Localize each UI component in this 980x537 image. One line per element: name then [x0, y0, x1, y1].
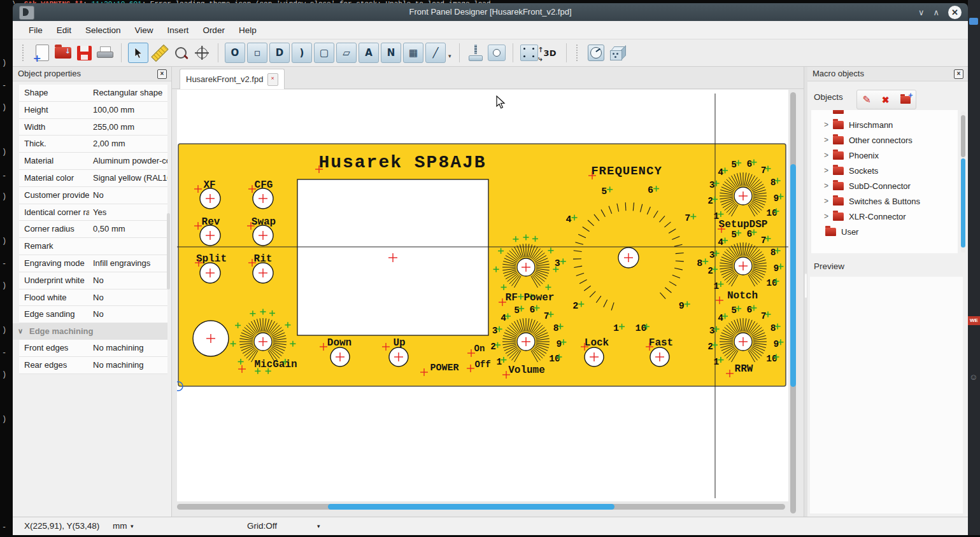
freeform-tool-button[interactable]: ▱ [336, 43, 357, 63]
stud-tool-button[interactable] [466, 43, 485, 62]
line-tool-button[interactable]: ╱ [425, 43, 446, 63]
property-value[interactable]: Signal yellow (RAL1003) [89, 170, 167, 186]
line-tool-dropdown[interactable]: ▾ [448, 53, 451, 59]
maximize-button[interactable]: ∧ [933, 8, 939, 17]
property-value[interactable]: 255,00 mm [89, 119, 167, 136]
cutout-tool-button[interactable]: ▢ [314, 43, 334, 63]
edge-machining-group[interactable]: ∨Edge machining [13, 323, 167, 340]
panel-hole[interactable] [200, 263, 220, 283]
tree-item-phoenix[interactable]: >Phoenix [811, 148, 958, 163]
text-tool-button[interactable]: A [359, 43, 379, 63]
panel-hole[interactable] [193, 321, 229, 356]
property-value[interactable]: Infill engravings [89, 255, 167, 272]
canvas-hscrollbar[interactable] [177, 504, 785, 510]
tree-item-hirschmann[interactable]: >Hirschmann [811, 117, 958, 132]
collapse-icon[interactable]: ∨ [18, 323, 23, 340]
design-canvas[interactable]: Husarek SP8AJB12345678910123456789101234… [177, 90, 788, 501]
grid-status[interactable]: Grid:Off [247, 517, 277, 535]
menu-help[interactable]: Help [232, 21, 264, 39]
close-button[interactable]: ✕ [948, 6, 962, 19]
property-row[interactable]: Underprint whiteNo [19, 272, 167, 289]
print-button[interactable] [96, 43, 115, 62]
panel-hole[interactable] [330, 347, 350, 366]
property-row[interactable]: ShapeRectangular shape [19, 85, 167, 102]
canvas-vscrollbar-thumb[interactable] [790, 164, 796, 387]
canvas-vscrollbar[interactable] [790, 92, 796, 513]
tree-item-sockets[interactable]: >Sockets [811, 163, 958, 178]
origin-tool-button[interactable] [192, 43, 211, 62]
toolbar-handle[interactable] [22, 45, 27, 61]
ellipse-tool-button[interactable]: O [225, 43, 245, 63]
toolbar-handle-2[interactable] [576, 45, 581, 61]
menu-file[interactable]: File [22, 21, 50, 39]
d-hole-tool-button[interactable]: D [269, 43, 290, 63]
expand-chevron-icon[interactable]: > [824, 181, 833, 190]
property-row[interactable]: Flood whiteNo [19, 289, 167, 307]
corner-tool-button[interactable] [520, 43, 539, 62]
property-value[interactable]: No [89, 187, 167, 204]
expand-chevron-icon[interactable]: > [824, 212, 833, 221]
panel-hole[interactable] [253, 263, 273, 283]
unit-dropdown-icon[interactable]: ▾ [131, 517, 134, 535]
property-row[interactable]: Front edgesNo machining [19, 340, 167, 357]
engraving-tool-button[interactable]: N [381, 43, 401, 63]
property-value[interactable]: Rectangular shape [89, 85, 167, 101]
panel-hole[interactable] [200, 188, 220, 209]
property-row[interactable]: Remark [19, 238, 167, 255]
property-row[interactable]: Identical corner radiiYes [19, 204, 167, 221]
tab-close-icon[interactable] [267, 73, 278, 86]
panel-title[interactable]: Husarek SP8AJB [315, 153, 486, 173]
canvas-hscrollbar-thumb[interactable] [328, 504, 614, 510]
threed-view-button[interactable]: 3D [541, 43, 560, 62]
panel-hole[interactable] [253, 188, 273, 209]
save-button[interactable] [75, 43, 94, 62]
property-row[interactable]: MaterialAluminum powder-coated [19, 153, 167, 170]
property-row[interactable]: Rear edgesNo machining [19, 357, 167, 374]
tree-item-switches-buttons[interactable]: >Switches & Buttons [811, 193, 958, 209]
panel-hole[interactable] [253, 225, 273, 246]
select-tool-button[interactable] [128, 43, 148, 63]
panel-label-fast[interactable]: Fast [646, 337, 673, 351]
property-value[interactable]: No machining [89, 340, 167, 356]
price-calc-button[interactable] [586, 43, 606, 62]
rectangle-tool-button[interactable]: ▫ [247, 43, 267, 63]
minimize-button[interactable]: ∨ [918, 8, 925, 17]
tree-item-partial[interactable] [811, 110, 958, 117]
property-value[interactable]: No [89, 289, 167, 306]
menu-order[interactable]: Order [195, 21, 232, 39]
property-value[interactable]: Yes [89, 204, 167, 221]
property-row[interactable]: Customer providedNo [19, 187, 167, 204]
panel-label-swap[interactable]: Swap [247, 216, 276, 230]
property-value[interactable]: Aluminum powder-coated [89, 153, 167, 169]
tree-item-other-connectors[interactable]: >Other connectors [811, 132, 958, 148]
panel-hole[interactable] [585, 347, 604, 366]
zoom-tool-button[interactable] [171, 43, 190, 62]
close-macro-icon[interactable]: × [954, 69, 963, 79]
property-value[interactable]: No [89, 306, 167, 323]
expand-chevron-icon[interactable]: > [824, 151, 833, 160]
enclosure-button[interactable] [607, 43, 627, 62]
macro-tree-scrollbar[interactable] [961, 111, 965, 253]
panel-hole[interactable] [389, 347, 408, 366]
expand-chevron-icon[interactable]: > [824, 136, 833, 144]
panel-label-frequency[interactable]: FREQUENCY [588, 164, 662, 179]
arc-tool-button[interactable]: ) [292, 43, 312, 63]
menu-insert[interactable]: Insert [160, 21, 196, 39]
panel-label-split[interactable]: Split [195, 253, 227, 267]
grid-dropdown-icon[interactable]: ▾ [317, 517, 320, 535]
close-properties-icon[interactable]: × [157, 69, 167, 79]
tree-item-xlr-connector[interactable]: >XLR-Connector [811, 209, 958, 224]
tree-item-subd-connector[interactable]: >SubD-Connector [811, 178, 958, 193]
add-folder-icon[interactable] [900, 96, 911, 104]
image-tool-button[interactable]: ▦ [403, 43, 423, 63]
property-row[interactable]: Height100,00 mm [19, 102, 167, 119]
property-value[interactable]: No [89, 272, 167, 289]
property-value[interactable]: No machining [89, 357, 167, 373]
property-row[interactable]: Engraving modeInfill engravings [19, 255, 167, 272]
menu-selection[interactable]: Selection [78, 21, 128, 39]
delete-macro-icon[interactable]: ✖ [882, 95, 890, 105]
property-row[interactable]: Edge sandingNo [19, 306, 167, 323]
expand-chevron-icon[interactable]: > [824, 120, 833, 129]
unit-select[interactable]: mm [113, 517, 127, 535]
expand-chevron-icon[interactable]: > [824, 197, 833, 206]
